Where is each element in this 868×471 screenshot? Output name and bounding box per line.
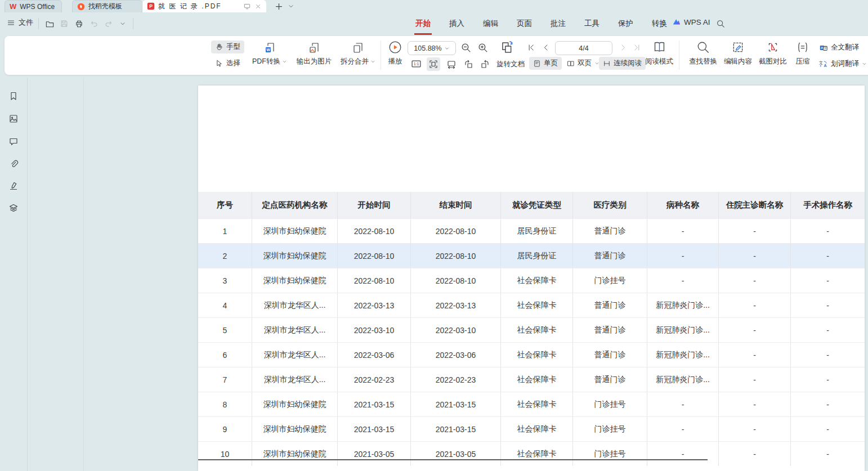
menu-item-protect[interactable]: 保护 bbox=[617, 16, 634, 31]
full-translate-button[interactable]: A 字 全文翻译 bbox=[815, 41, 863, 54]
replace-pages-icon[interactable] bbox=[500, 40, 515, 55]
open-folder-icon[interactable] bbox=[44, 19, 55, 29]
fit-width-icon[interactable] bbox=[445, 57, 458, 71]
search-icon[interactable] bbox=[715, 19, 726, 29]
close-icon[interactable] bbox=[254, 3, 262, 10]
hand-tool-button[interactable]: 手型 bbox=[211, 41, 244, 53]
zoom-level-select[interactable]: 105.88% bbox=[408, 41, 456, 55]
next-page-icon[interactable] bbox=[619, 43, 628, 52]
split-merge-button[interactable]: 拆分合并 bbox=[338, 42, 378, 66]
table-cell: 4 bbox=[198, 293, 252, 317]
rotate-doc-label[interactable]: 旋转文档 bbox=[496, 60, 525, 69]
attachment-icon[interactable] bbox=[7, 158, 20, 170]
tab-label: 就 医 记 录 .PDF bbox=[158, 2, 222, 11]
history-chevron-icon[interactable] bbox=[118, 19, 128, 29]
menu-item-convert[interactable]: 转换 bbox=[651, 16, 668, 31]
table-cell: - bbox=[647, 219, 719, 243]
divider bbox=[38, 18, 39, 29]
full-translate-label: 全文翻译 bbox=[831, 43, 859, 52]
table-cell: 深圳市妇幼保健院 bbox=[252, 268, 338, 293]
export-image-button[interactable]: 输出为图片 bbox=[293, 42, 335, 66]
thumbnail-icon[interactable] bbox=[7, 113, 20, 125]
double-page-label: 双页 bbox=[578, 59, 592, 68]
edit-content-icon bbox=[731, 41, 745, 54]
table-cell: 2021-03-15 bbox=[338, 392, 411, 416]
table-cell: - bbox=[791, 392, 865, 416]
compress-button[interactable]: 压缩 bbox=[790, 41, 815, 66]
table-cell: - bbox=[719, 343, 791, 367]
table-cell: 2022-08-10 bbox=[338, 244, 411, 268]
table-row: 6深圳市龙华区人...2022-03-062022-03-06社会保障卡普通门诊… bbox=[198, 342, 865, 367]
edit-content-button[interactable]: 编辑内容 bbox=[721, 41, 755, 66]
zoom-in-icon[interactable] bbox=[477, 42, 488, 53]
actual-size-icon[interactable]: 1:1 bbox=[411, 59, 422, 69]
continuous-reading-button[interactable]: 连续阅读 bbox=[599, 57, 646, 70]
select-tool-label: 选择 bbox=[226, 59, 240, 68]
table-cell: 2021-03-05 bbox=[338, 442, 411, 466]
table-cell: - bbox=[791, 244, 865, 268]
tab-wps-home[interactable]: W WPS Office bbox=[5, 0, 62, 12]
zoom-level-value: 105.88% bbox=[414, 44, 441, 52]
new-tab-plus-icon[interactable] bbox=[274, 1, 284, 11]
layers-icon[interactable] bbox=[7, 202, 20, 214]
tab-document-active[interactable]: P 就 医 记 录 .PDF bbox=[142, 0, 266, 12]
file-menu-button[interactable]: 文件 bbox=[7, 17, 33, 28]
table-cell: 2022-03-13 bbox=[411, 293, 501, 317]
table-cell: 6 bbox=[198, 343, 252, 367]
tab-docer-template[interactable]: 找稻壳模板 bbox=[72, 0, 142, 12]
double-page-button[interactable]: 双页 bbox=[563, 57, 603, 70]
table-cell: - bbox=[719, 417, 791, 441]
last-page-icon[interactable] bbox=[633, 43, 641, 52]
first-page-icon[interactable] bbox=[527, 43, 535, 52]
menu-item-annotate[interactable]: 批注 bbox=[549, 16, 567, 31]
single-page-icon bbox=[533, 60, 541, 68]
table-cell: 普通门诊 bbox=[573, 367, 647, 392]
column-header: 住院主诊断名称 bbox=[719, 192, 791, 218]
menu-item-home[interactable]: 开始 bbox=[414, 16, 432, 31]
single-page-button[interactable]: 单页 bbox=[529, 57, 562, 70]
find-replace-button[interactable]: 查找替换 bbox=[686, 41, 721, 66]
word-translate-button[interactable]: 文 A 划词翻译 bbox=[815, 57, 868, 70]
bookmark-icon[interactable] bbox=[7, 90, 20, 102]
redo-icon[interactable] bbox=[104, 19, 114, 29]
table-cell: - bbox=[719, 293, 791, 317]
zoom-out-icon[interactable] bbox=[460, 42, 471, 53]
table-cell: 新冠肺炎门诊... bbox=[647, 293, 719, 317]
play-button[interactable]: 播放 bbox=[384, 41, 406, 66]
pdf-convert-button[interactable]: W PDF转换 bbox=[250, 42, 289, 66]
screenshot-compare-button[interactable]: 截图对比 bbox=[755, 41, 790, 66]
select-tool-button[interactable]: 选择 bbox=[211, 57, 244, 70]
menu-item-insert[interactable]: 插入 bbox=[448, 16, 466, 31]
table-cell: 居民身份证 bbox=[501, 244, 573, 268]
wps-ai-button[interactable]: WPS AI bbox=[672, 17, 710, 26]
menu-item-tools[interactable]: 工具 bbox=[583, 16, 601, 31]
monitor-icon[interactable] bbox=[243, 2, 251, 10]
table-cell: 深圳市龙华区人... bbox=[252, 318, 338, 342]
table-cell: - bbox=[719, 268, 791, 293]
print-icon[interactable] bbox=[74, 19, 84, 29]
table-cell: 深圳市妇幼保健院 bbox=[252, 442, 338, 466]
tabs-chevron-icon[interactable] bbox=[286, 1, 296, 11]
tab-bar: W WPS Office 找稻壳模板 P 就 医 记 录 .PDF bbox=[0, 0, 868, 12]
table-cell: 门诊挂号 bbox=[573, 268, 647, 293]
undo-icon[interactable] bbox=[89, 19, 99, 29]
single-page-label: 单页 bbox=[544, 59, 558, 68]
fit-page-icon[interactable] bbox=[427, 57, 440, 71]
prev-page-icon[interactable] bbox=[542, 43, 550, 52]
menu-item-edit[interactable]: 编辑 bbox=[482, 16, 499, 31]
menu-item-page[interactable]: 页面 bbox=[516, 16, 533, 31]
save-icon[interactable] bbox=[59, 19, 69, 29]
play-icon bbox=[388, 41, 402, 54]
rotate-left-icon[interactable] bbox=[462, 57, 475, 71]
table-row: 3深圳市妇幼保健院2022-08-102022-08-10社会保障卡门诊挂号--… bbox=[198, 268, 865, 293]
annotate-pen-icon[interactable] bbox=[7, 180, 20, 192]
table-cell: 普通门诊 bbox=[573, 343, 647, 367]
read-mode-button[interactable]: 阅读模式 bbox=[642, 40, 677, 66]
page-number-input[interactable]: 4/4 bbox=[555, 41, 612, 55]
rotate-right-icon[interactable] bbox=[478, 57, 492, 71]
tab-label: WPS Office bbox=[20, 3, 55, 11]
table-row: 4深圳市龙华区人...2022-03-132022-03-13社会保障卡普通门诊… bbox=[198, 293, 865, 317]
table-body: 1深圳市妇幼保健院2022-08-102022-08-10居民身份证普通门诊--… bbox=[198, 218, 865, 466]
table-cell: 新冠肺炎门诊... bbox=[647, 343, 719, 367]
comment-icon[interactable] bbox=[7, 135, 20, 147]
